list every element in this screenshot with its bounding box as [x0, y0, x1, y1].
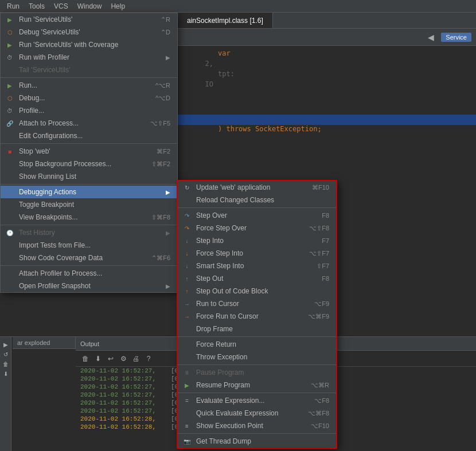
stop-bg-shortcut: ⇧⌘F2: [151, 160, 170, 168]
profile-label: Profile...: [19, 107, 44, 115]
menu-run-serviceutils[interactable]: ▶ Run 'ServiceUtils' ⌃R: [1, 13, 177, 26]
exec-point-icon: ≡: [182, 421, 192, 430]
menu-open-profiler-snapshot[interactable]: Open Profiler Snapshot ▶: [1, 280, 177, 292]
force-run-cursor-shortcut: ⌥⌘F9: [308, 313, 329, 320]
menu-profile[interactable]: ⏱ Profile...: [1, 104, 177, 117]
tab-main-socket[interactable]: ainSocketImpl.class [1.6]: [178, 13, 273, 28]
debug-serviceutils-label: Debug 'ServiceUtils': [19, 28, 80, 36]
submenu-update-web[interactable]: ↻ Update 'web' application ⌘F10: [178, 181, 336, 194]
step-over-label: Step Over: [196, 211, 227, 219]
step-into-label: Step Into: [196, 237, 224, 245]
submenu-quick-evaluate[interactable]: Quick Evaluate Expression ⌥⌘F8: [178, 407, 336, 419]
toggle-bp-icon: [5, 200, 14, 209]
running-icon: [5, 172, 14, 181]
menu-show-coverage[interactable]: Show Code Coverage Data ⌃⌘F6: [1, 252, 177, 264]
menu-vcs[interactable]: VCS: [49, 1, 73, 11]
output-scroll-btn[interactable]: ⬇: [93, 354, 103, 364]
output-help-btn[interactable]: ?: [143, 354, 154, 364]
evaluate-label: Evaluate Expression...: [196, 397, 264, 405]
submenu-evaluate-expression[interactable]: = Evaluate Expression... ⌥F8: [178, 394, 336, 407]
menu-attach-process[interactable]: 🔗 Attach to Process... ⌥⇧F5: [1, 117, 177, 130]
edit-config-icon: [5, 131, 14, 140]
debugging-actions-submenu: ↻ Update 'web' application ⌘F10 Reload C…: [177, 180, 337, 449]
profiler-snapshot-arrow: ▶: [166, 283, 170, 289]
resume-shortcut: ⌥⌘R: [311, 382, 329, 389]
menu-toggle-breakpoint[interactable]: Toggle Breakpoint: [1, 198, 177, 211]
sidebar-btn-3[interactable]: 🗑: [3, 361, 9, 367]
menu-run[interactable]: Run: [2, 1, 24, 11]
force-step-into-shortcut: ⌥⇧F7: [309, 250, 329, 257]
submenu-throw-exception[interactable]: Throw Exception: [178, 351, 336, 363]
menu-show-running[interactable]: Show Running List: [1, 170, 177, 183]
thread-dump-icon: 📷: [182, 437, 192, 446]
left-panel-label: ar exploded: [17, 339, 50, 346]
submenu-force-step-into[interactable]: ↓ Force Step Into ⌥⇧F7: [178, 247, 336, 260]
tab-label: ainSocketImpl.class [1.6]: [187, 17, 263, 25]
menu-debugging-actions[interactable]: Debugging Actions ▶: [1, 186, 177, 198]
sidebar-btn-4[interactable]: ⬇: [3, 371, 8, 377]
submenu-resume-program[interactable]: ▶ Resume Program ⌥⌘R: [178, 379, 336, 391]
output-title: Output: [80, 340, 99, 347]
toggle-bp-label: Toggle Breakpoint: [19, 201, 74, 209]
view-bp-icon: [5, 213, 14, 222]
force-return-icon: [182, 340, 192, 349]
debug-icon: ⬡: [5, 28, 14, 37]
code-exception-line: ) throws SocketException;: [178, 124, 476, 134]
submenu-run-to-cursor[interactable]: → Run to Cursor ⌥F9: [178, 297, 336, 310]
tab-bar: ainSocketImpl.class [1.6]: [178, 13, 476, 29]
pause-program-label: Pause Program: [196, 368, 244, 377]
menu-debug[interactable]: ⬡ Debug... ^⌥D: [1, 92, 177, 104]
view-bp-shortcut: ⇧⌘F8: [151, 214, 170, 221]
menu-help[interactable]: Help: [106, 1, 130, 11]
menu-stop-web[interactable]: ■ Stop 'web' ⌘F2: [1, 145, 177, 158]
output-filter-btn[interactable]: ⚙: [118, 354, 128, 364]
output-clear-btn[interactable]: 🗑: [80, 354, 91, 364]
debugging-actions-label: Debugging Actions: [19, 188, 76, 196]
sub-divider-3: [178, 364, 336, 365]
menu-window[interactable]: Window: [73, 1, 107, 11]
submenu-step-into[interactable]: ↓ Step Into F7: [178, 234, 336, 247]
toolbar: ◀ Service: [178, 29, 476, 46]
menu-debug-serviceutils[interactable]: ⬡ Debug 'ServiceUtils' ⌃D: [1, 26, 177, 38]
menu-stop-bg[interactable]: Stop Background Processes... ⇧⌘F2: [1, 158, 177, 170]
submenu-smart-step-into[interactable]: ↓ Smart Step Into ⇧F7: [178, 260, 336, 272]
code-line-var: var: [178, 48, 476, 58]
profile-icon: ⏱: [5, 106, 14, 115]
menu-import-tests[interactable]: Import Tests from File...: [1, 239, 177, 252]
back-button[interactable]: ◀: [424, 30, 438, 44]
service-badge: Service: [441, 33, 471, 42]
menu-edit-config[interactable]: Edit Configurations...: [1, 130, 177, 142]
menu-attach-profiler[interactable]: Attach Profiler to Process...: [1, 267, 177, 280]
submenu-step-out-code-block[interactable]: ↑ Step Out of Code Block: [178, 285, 336, 297]
menu-run[interactable]: ▶ Run... ^⌥R: [1, 79, 177, 92]
menu-run-with-profiler[interactable]: ⏱ Run with Profiler ▶: [1, 51, 177, 64]
sidebar-btn-1[interactable]: ▶: [3, 342, 8, 348]
submenu-force-return[interactable]: Force Return: [178, 338, 336, 351]
run-label: Run...: [19, 81, 37, 89]
submenu-thread-dump[interactable]: 📷 Get Thread Dump: [178, 435, 336, 448]
output-print-btn[interactable]: 🖨: [131, 354, 141, 364]
sidebar-btn-2[interactable]: ↺: [3, 351, 8, 358]
submenu-step-out[interactable]: ↑ Step Out F8: [178, 272, 336, 285]
submenu-drop-frame[interactable]: Drop Frame: [178, 323, 336, 335]
run-dropdown-menu: ▶ Run 'ServiceUtils' ⌃R ⬡ Debug 'Service…: [0, 13, 178, 293]
step-over-icon: ↷: [182, 211, 192, 220]
divider-3: [1, 184, 177, 185]
menu-view-breakpoints[interactable]: View Breakpoints... ⇧⌘F8: [1, 211, 177, 223]
menu-tools[interactable]: Tools: [24, 1, 49, 11]
submenu-force-step-over[interactable]: ↷ Force Step Over ⌥⇧F8: [178, 222, 336, 234]
code-line-io: IO: [178, 79, 476, 89]
submenu-reload-classes[interactable]: Reload Changed Classes: [178, 194, 336, 206]
reload-classes-label: Reload Changed Classes: [196, 196, 274, 204]
submenu-force-run-to-cursor[interactable]: → Force Run to Cursor ⌥⌘F9: [178, 310, 336, 323]
submenu-step-over[interactable]: ↷ Step Over F8: [178, 209, 336, 222]
output-wrap-btn[interactable]: ↩: [106, 354, 116, 364]
debug-shortcut: ^⌥D: [155, 95, 170, 102]
code-highlight: [178, 115, 476, 125]
submenu-show-exec-point[interactable]: ≡ Show Execution Point ⌥F10: [178, 419, 336, 432]
run-to-cursor-label: Run to Cursor: [196, 300, 239, 308]
menu-bar: Run Tools VCS Window Help: [0, 0, 476, 13]
menu-run-with-coverage[interactable]: ▶ Run 'ServiceUtils' with Coverage: [1, 38, 177, 51]
debug-label: Debug...: [19, 94, 45, 102]
evaluate-shortcut: ⌥F8: [314, 397, 329, 405]
